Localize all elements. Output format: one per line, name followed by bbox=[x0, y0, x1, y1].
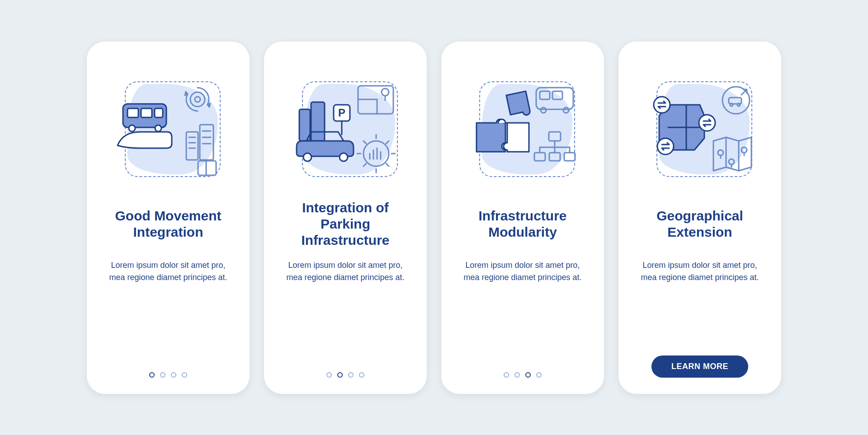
pagination-dots[interactable] bbox=[504, 372, 542, 378]
svg-point-7 bbox=[155, 125, 161, 131]
svg-rect-34 bbox=[540, 91, 550, 99]
screen-body: Lorem ipsum dolor sit amet pro, mea regi… bbox=[456, 259, 590, 284]
illustration-parking: P bbox=[287, 78, 404, 186]
svg-rect-45 bbox=[549, 153, 560, 161]
dot-1[interactable] bbox=[504, 372, 509, 378]
screen-title: Geographical Extension bbox=[633, 199, 767, 249]
svg-point-28 bbox=[363, 141, 389, 166]
svg-rect-35 bbox=[552, 91, 562, 99]
illustration-movement bbox=[109, 78, 227, 186]
svg-rect-5 bbox=[155, 108, 163, 117]
screen-body: Lorem ipsum dolor sit amet pro, mea regi… bbox=[278, 259, 412, 284]
svg-rect-16 bbox=[198, 161, 216, 175]
dot-1[interactable] bbox=[326, 372, 332, 378]
svg-point-36 bbox=[541, 108, 546, 113]
screen-title: Integration of Parking Infrastructure bbox=[278, 199, 412, 249]
svg-rect-3 bbox=[127, 108, 138, 117]
illustration-modularity bbox=[464, 78, 581, 186]
svg-rect-9 bbox=[200, 125, 213, 160]
illustration-geographical bbox=[641, 78, 759, 186]
svg-point-55 bbox=[737, 103, 740, 106]
onboarding-screen-4: Geographical Extension Lorem ipsum dolor… bbox=[618, 42, 781, 394]
svg-rect-46 bbox=[564, 153, 575, 161]
dot-4[interactable] bbox=[536, 372, 542, 378]
movement-icon bbox=[109, 78, 227, 186]
svg-point-50 bbox=[699, 115, 715, 131]
onboarding-screen-2: P Integration of Parking Infrastructure … bbox=[264, 42, 427, 394]
dot-3[interactable] bbox=[348, 372, 354, 378]
dot-4[interactable] bbox=[359, 372, 364, 378]
svg-rect-44 bbox=[534, 153, 545, 161]
parking-icon: P bbox=[287, 78, 404, 186]
onboarding-screen-1: Good Movement Integration Lorem ipsum do… bbox=[87, 42, 250, 394]
pagination-dots[interactable] bbox=[326, 372, 364, 378]
dot-2[interactable] bbox=[514, 372, 520, 378]
dot-1[interactable] bbox=[149, 372, 155, 378]
svg-rect-8 bbox=[186, 132, 198, 160]
svg-point-1 bbox=[195, 97, 200, 102]
pagination-dots[interactable] bbox=[149, 372, 187, 378]
dot-3[interactable] bbox=[525, 372, 531, 378]
svg-rect-4 bbox=[141, 108, 152, 117]
svg-point-51 bbox=[657, 138, 674, 154]
learn-more-button[interactable]: LEARN MORE bbox=[651, 355, 748, 378]
screen-title: Infrastructure Modularity bbox=[456, 199, 590, 249]
svg-point-37 bbox=[563, 108, 569, 113]
screen-body: Lorem ipsum dolor sit amet pro, mea regi… bbox=[101, 259, 235, 284]
svg-point-49 bbox=[654, 97, 670, 113]
svg-rect-38 bbox=[549, 132, 561, 141]
screen-title: Good Movement Integration bbox=[101, 199, 235, 249]
svg-point-0 bbox=[190, 92, 205, 107]
modularity-icon bbox=[464, 78, 581, 186]
dot-3[interactable] bbox=[171, 372, 176, 378]
svg-text:P: P bbox=[338, 107, 345, 119]
geographical-icon bbox=[641, 78, 759, 186]
svg-point-26 bbox=[303, 153, 311, 161]
dot-2[interactable] bbox=[160, 372, 165, 378]
svg-point-6 bbox=[129, 125, 135, 131]
svg-point-27 bbox=[340, 153, 348, 161]
svg-rect-22 bbox=[311, 102, 325, 141]
screen-body: Lorem ipsum dolor sit amet pro, mea regi… bbox=[633, 259, 767, 284]
svg-point-54 bbox=[730, 103, 733, 106]
dot-2[interactable] bbox=[337, 372, 343, 378]
onboarding-screen-3: Infrastructure Modularity Lorem ipsum do… bbox=[441, 42, 604, 394]
dot-4[interactable] bbox=[182, 372, 187, 378]
